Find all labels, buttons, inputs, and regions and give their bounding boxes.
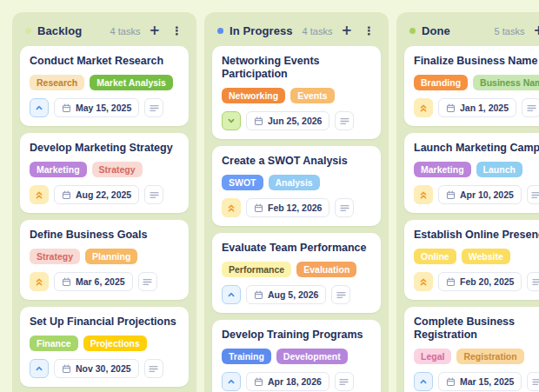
tag-row: BrandingBusiness Name	[414, 75, 539, 90]
priority-urgent-chip[interactable]	[414, 272, 433, 291]
priority-low-chip[interactable]	[222, 111, 241, 130]
task-card[interactable]: Evaluate Team PerformancePerformanceEval…	[212, 233, 381, 313]
priority-urgent-chip[interactable]	[414, 185, 433, 204]
task-tag[interactable]: Registration	[456, 349, 523, 364]
task-card[interactable]: Networking Events ParticipationNetworkin…	[212, 46, 381, 139]
task-card[interactable]: Launch Marketing CampaignMarketingLaunch…	[404, 133, 539, 213]
task-title: Conduct Market Research	[30, 55, 179, 68]
task-tag[interactable]: Development	[276, 349, 348, 364]
task-tag[interactable]: Online	[414, 249, 456, 264]
task-card[interactable]: Establish Online PresenceOnlineWebsiteFe…	[404, 220, 539, 300]
due-date-chip[interactable]: Apr 10, 2025	[438, 185, 522, 204]
task-tag[interactable]: Business Name	[473, 75, 539, 90]
due-date-chip[interactable]: Feb 20, 2025	[438, 272, 522, 291]
task-tag[interactable]: Launch	[476, 162, 522, 177]
notes-chip[interactable]	[144, 359, 163, 378]
due-date-chip[interactable]: Mar 15, 2025	[438, 372, 522, 391]
due-date-chip[interactable]: May 15, 2025	[54, 98, 139, 117]
notes-chip[interactable]	[522, 98, 539, 117]
priority-high-chip[interactable]	[414, 372, 433, 391]
task-card[interactable]: Conduct Market ResearchResearchMarket An…	[20, 46, 189, 126]
priority-urgent-chip[interactable]	[30, 272, 49, 291]
task-tag[interactable]: Analysis	[269, 175, 320, 190]
tag-row: SWOTAnalysis	[222, 175, 371, 190]
due-date-chip[interactable]: Mar 6, 2025	[54, 272, 133, 291]
task-card[interactable]: Define Business GoalsStrategyPlanningMar…	[20, 220, 189, 300]
column-status-dot-icon	[409, 28, 416, 34]
notes-chip[interactable]	[335, 198, 354, 217]
task-tag[interactable]: Projections	[83, 336, 147, 351]
task-card[interactable]: Finalize Business NameBrandingBusiness N…	[404, 46, 539, 126]
task-tag[interactable]: Networking	[222, 88, 285, 103]
column-task-count: 4 tasks	[110, 26, 141, 37]
task-tag[interactable]: Market Analysis	[90, 75, 173, 90]
due-date-chip[interactable]: Jun 25, 2026	[246, 111, 329, 130]
due-date-label: Aug 22, 2025	[76, 189, 131, 200]
notes-chip[interactable]	[335, 111, 354, 130]
due-date-label: Aug 5, 2026	[268, 289, 318, 300]
task-tag[interactable]: Strategy	[92, 162, 143, 177]
add-card-button[interactable]: +	[338, 24, 355, 37]
priority-urgent-chip[interactable]	[30, 185, 49, 204]
notes-chip[interactable]	[138, 272, 157, 291]
tag-row: LegalRegistration	[414, 349, 539, 364]
due-date-chip[interactable]: Nov 30, 2025	[54, 359, 139, 378]
task-tag[interactable]: Branding	[414, 75, 468, 90]
column-menu-button[interactable]: ⋮	[361, 25, 377, 37]
notes-chip[interactable]	[527, 372, 539, 391]
priority-high-chip[interactable]	[222, 285, 241, 304]
chevron-up-icon	[35, 364, 43, 373]
notes-chip[interactable]	[331, 285, 350, 304]
task-card[interactable]: Complete Business RegistrationLegalRegis…	[404, 307, 539, 392]
due-date-chip[interactable]: Apr 18, 2026	[246, 372, 329, 391]
task-controls: Aug 22, 2025	[30, 185, 179, 204]
task-tag[interactable]: Evaluation	[296, 262, 356, 277]
task-tag[interactable]: Training	[222, 349, 271, 364]
task-tag[interactable]: SWOT	[222, 175, 263, 190]
priority-high-chip[interactable]	[222, 372, 241, 391]
notes-chip[interactable]	[144, 185, 163, 204]
task-card[interactable]: Set Up Financial ProjectionsFinanceProje…	[20, 307, 189, 387]
task-tag[interactable]: Strategy	[30, 249, 80, 264]
notes-icon	[150, 191, 159, 199]
notes-icon	[143, 278, 152, 286]
task-card[interactable]: Create a SWOT AnalysisSWOTAnalysisFeb 12…	[212, 146, 381, 226]
notes-chip[interactable]	[144, 98, 163, 117]
priority-high-chip[interactable]	[30, 98, 49, 117]
notes-chip[interactable]	[335, 372, 354, 391]
priority-urgent-chip[interactable]	[222, 198, 241, 217]
task-controls: Aug 5, 2026	[222, 285, 371, 304]
due-date-chip[interactable]: Jan 1, 2025	[438, 98, 516, 117]
task-title: Networking Events Participation	[222, 55, 371, 81]
task-tag[interactable]: Marketing	[30, 162, 87, 177]
notes-icon	[150, 104, 159, 112]
column-header: Done5 tasks+⋮	[404, 19, 539, 46]
task-tag[interactable]: Marketing	[414, 162, 471, 177]
task-tag[interactable]: Events	[290, 88, 334, 103]
column-header: Backlog4 tasks+⋮	[20, 19, 189, 46]
chevron-up-icon	[35, 103, 43, 112]
task-controls: Feb 12, 2026	[222, 198, 371, 217]
task-tag[interactable]: Finance	[30, 336, 78, 351]
add-card-button[interactable]: +	[530, 24, 539, 37]
task-tag[interactable]: Research	[30, 75, 84, 90]
due-date-chip[interactable]: Feb 12, 2026	[246, 198, 329, 217]
task-card[interactable]: Develop Training ProgramsTrainingDevelop…	[212, 320, 381, 392]
notes-chip[interactable]	[527, 272, 539, 291]
calendar-icon	[254, 203, 263, 213]
due-date-chip[interactable]: Aug 5, 2026	[246, 285, 326, 304]
priority-high-chip[interactable]	[30, 359, 49, 378]
add-card-button[interactable]: +	[146, 24, 163, 37]
column-menu-button[interactable]: ⋮	[169, 25, 185, 37]
priority-urgent-chip[interactable]	[414, 98, 433, 117]
task-card[interactable]: Develop Marketing StrategyMarketingStrat…	[20, 133, 189, 213]
task-title: Finalize Business Name	[414, 55, 539, 68]
notes-chip[interactable]	[527, 185, 539, 204]
task-tag[interactable]: Performance	[222, 262, 291, 277]
task-tag[interactable]: Legal	[414, 349, 451, 364]
calendar-icon	[254, 116, 263, 126]
due-date-chip[interactable]: Aug 22, 2025	[54, 185, 139, 204]
column-task-count: 4 tasks	[303, 26, 333, 37]
task-tag[interactable]: Website	[462, 249, 510, 264]
task-tag[interactable]: Planning	[85, 249, 137, 264]
